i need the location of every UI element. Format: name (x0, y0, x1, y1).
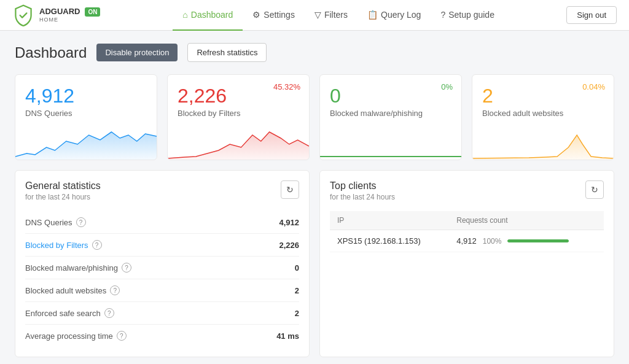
general-stats-title: General statistics (25, 180, 101, 192)
clients-table-body: XPS15 (192.168.1.153) 4,912 100% (330, 230, 604, 252)
blocked-adult-chart (472, 123, 614, 160)
table-row: XPS15 (192.168.1.153) 4,912 100% (330, 230, 604, 252)
col-requests-header: Requests count (449, 211, 604, 230)
blocked-adult-help-icon[interactable]: ? (110, 285, 120, 295)
stat-card-blocked-malware: 0% 0 Blocked malware/phishing (319, 74, 462, 160)
blocked-malware-percent: 0% (441, 82, 453, 91)
logo-area: ADGUARD ON HOME (12, 4, 111, 26)
stat-row-avg-processing: Average processing time ? 41 ms (25, 325, 299, 347)
page-header: Dashboard Disable protection Refresh sta… (15, 43, 614, 62)
help-icon: ? (440, 10, 445, 20)
dns-queries-value: 4,912 (25, 85, 147, 107)
filter-icon: ▽ (314, 10, 321, 20)
client-ip-cell: XPS15 (192.168.1.153) (330, 230, 449, 252)
stat-row-dns-queries: DNS Queries ? 4,912 (25, 211, 299, 234)
progress-bar-fill (507, 239, 569, 242)
blocked-adult-label: Blocked adult websites (482, 109, 604, 118)
logo-sub: HOME (39, 17, 100, 23)
bottom-row: General statistics for the last 24 hours… (15, 170, 614, 357)
blocked-malware-help-icon[interactable]: ? (122, 263, 131, 273)
logo-shield-icon (12, 4, 34, 26)
dns-queries-label: DNS Queries (25, 109, 147, 118)
top-clients-card: Top clients for the last 24 hours ↻ IP R… (319, 170, 614, 357)
dns-queries-help-icon[interactable]: ? (76, 217, 86, 227)
clients-table: IP Requests count XPS15 (192.168.1.153) … (330, 211, 604, 252)
client-requests-cell: 4,912 100% (449, 230, 604, 252)
blocked-malware-chart (320, 123, 461, 160)
stat-row-blocked-filters: Blocked by Filters ? 2,226 (25, 234, 299, 257)
safe-search-help-icon[interactable]: ? (104, 308, 114, 318)
main-nav: ⌂ Dashboard ⚙ Settings ▽ Filters 📋 Query… (111, 0, 566, 31)
blocked-adult-percent: 0.04% (582, 82, 605, 91)
stats-cards-row: 4,912 DNS Queries 45.32% 2,226 (15, 74, 614, 160)
stat-card-blocked-adult: 0.04% 2 Blocked adult websites (472, 74, 614, 160)
blocked-filters-percent: 45.32% (273, 82, 300, 91)
gear-icon: ⚙ (252, 10, 260, 20)
nav-item-dashboard[interactable]: ⌂ Dashboard (173, 0, 243, 31)
sign-out-button[interactable]: Sign out (566, 6, 617, 24)
top-clients-title: Top clients (330, 180, 395, 192)
general-stats-header: General statistics for the last 24 hours… (25, 180, 299, 201)
general-stats-subtitle: for the last 24 hours (25, 193, 101, 201)
safe-search-row-val: 2 (295, 309, 299, 318)
client-count: 4,912 (456, 236, 477, 246)
logo-name: ADGUARD (39, 7, 80, 16)
blocked-adult-row-label: Blocked adult websites (25, 286, 106, 295)
header: ADGUARD ON HOME ⌂ Dashboard ⚙ Settings ▽… (0, 0, 629, 31)
clients-table-head: IP Requests count (330, 211, 604, 230)
logo-text-area: ADGUARD ON HOME (39, 7, 100, 23)
blocked-filters-help-icon[interactable]: ? (92, 240, 102, 250)
blocked-malware-value: 0 (330, 85, 451, 107)
blocked-filters-row-link[interactable]: Blocked by Filters (25, 241, 88, 250)
stat-row-safe-search: Enforced safe search ? 2 (25, 302, 299, 325)
col-ip-header: IP (330, 211, 449, 230)
blocked-malware-row-val: 0 (295, 263, 299, 273)
client-requests-wrap: 4,912 100% (456, 236, 596, 246)
avg-processing-row-label: Average processing time (25, 331, 113, 341)
blocked-filters-row-val: 2,226 (279, 241, 299, 250)
document-icon: 📋 (367, 10, 378, 20)
top-clients-header: Top clients for the last 24 hours ↻ (330, 180, 604, 201)
nav-item-filters[interactable]: ▽ Filters (305, 0, 357, 31)
main-content: Dashboard Disable protection Refresh sta… (0, 31, 629, 364)
page-title: Dashboard (15, 44, 87, 61)
dns-queries-row-label: DNS Queries (25, 218, 72, 227)
blocked-malware-row-label: Blocked malware/phishing (25, 263, 118, 273)
blocked-malware-label: Blocked malware/phishing (330, 109, 451, 118)
nav-item-settings[interactable]: ⚙ Settings (243, 0, 305, 31)
stat-card-blocked-filters: 45.32% 2,226 Blocked by Filters (167, 74, 310, 160)
clients-table-header-row: IP Requests count (330, 211, 604, 230)
dns-queries-chart (15, 123, 157, 160)
stat-row-blocked-adult: Blocked adult websites ? 2 (25, 279, 299, 302)
client-percent: 100% (483, 237, 502, 246)
avg-processing-row-val: 41 ms (276, 331, 299, 341)
avg-processing-help-icon[interactable]: ? (117, 331, 127, 341)
stat-card-dns-queries: 4,912 DNS Queries (15, 74, 157, 160)
blocked-filters-label: Blocked by Filters (178, 109, 299, 118)
stat-row-blocked-malware: Blocked malware/phishing ? 0 (25, 257, 299, 279)
disable-protection-button[interactable]: Disable protection (96, 44, 178, 61)
top-clients-subtitle: for the last 24 hours (330, 193, 395, 201)
blocked-adult-row-val: 2 (295, 286, 299, 295)
logo-on-badge: ON (85, 7, 100, 17)
general-stats-title-area: General statistics for the last 24 hours (25, 180, 101, 201)
general-stats-card: General statistics for the last 24 hours… (15, 170, 310, 357)
home-icon: ⌂ (182, 10, 187, 20)
blocked-filters-chart (168, 123, 309, 160)
dns-queries-row-val: 4,912 (279, 218, 299, 227)
nav-item-setupguide[interactable]: ? Setup guide (431, 0, 504, 31)
safe-search-row-label: Enforced safe search (25, 309, 101, 318)
progress-bar-bg (507, 239, 569, 242)
refresh-statistics-button[interactable]: Refresh statistics (187, 43, 267, 62)
top-clients-title-area: Top clients for the last 24 hours (330, 180, 395, 201)
top-clients-refresh-button[interactable]: ↻ (585, 180, 604, 199)
nav-item-querylog[interactable]: 📋 Query Log (357, 0, 431, 31)
general-stats-refresh-button[interactable]: ↻ (281, 180, 299, 199)
